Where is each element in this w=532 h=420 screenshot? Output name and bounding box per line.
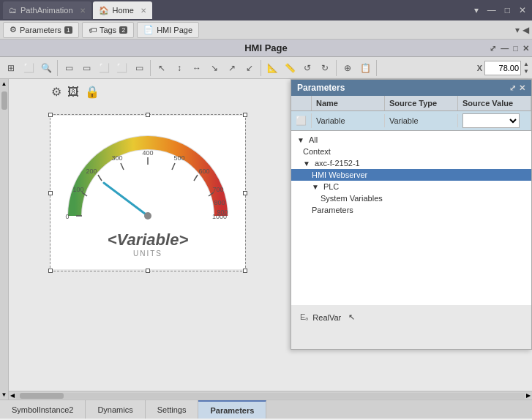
realvar-icon: Eₐ	[300, 312, 308, 322]
window-minimize[interactable]: —	[484, 5, 499, 15]
transform-btn-4[interactable]: ↘	[206, 60, 222, 76]
tree-item-plc[interactable]: ▼ PLC	[291, 181, 531, 192]
tree-arrow-all: ▼	[297, 136, 304, 144]
transform-btn-5[interactable]: ↗	[224, 60, 240, 76]
handle-bm[interactable]	[146, 269, 150, 273]
tree-item-all[interactable]: ▼ All	[291, 134, 531, 146]
align-btn-3[interactable]: ⬜	[96, 60, 112, 76]
tree-item-context[interactable]: Context	[291, 146, 531, 157]
clipboard-btn[interactable]: 📋	[357, 60, 373, 76]
rect-btn[interactable]: ⬜	[20, 60, 37, 76]
value-area: Eₐ RealVar ↖	[291, 305, 531, 349]
row-source-type-cell: Variable	[385, 114, 458, 127]
toolbar-group-2: ▭ ▭ ⬜ ⬜ ▭	[61, 60, 151, 76]
page-minimize-icon[interactable]: —	[501, 43, 509, 53]
angle-btn[interactable]: 📐	[264, 60, 280, 76]
subtab-parameters[interactable]: ⚙ Parameters 1	[3, 22, 79, 38]
align-btn-2[interactable]: ▭	[78, 60, 94, 76]
zoom-btn[interactable]: 🔍	[38, 60, 54, 76]
align-btn-5[interactable]: ▭	[131, 60, 147, 76]
coord-spinner: ▲ ▼	[523, 61, 529, 75]
x-coord-input[interactable]	[484, 61, 521, 75]
window-chevron[interactable]: ▾	[471, 5, 482, 15]
tab-home[interactable]: 🏠 Home ✕	[93, 1, 152, 19]
lock-icon[interactable]: 🔒	[85, 85, 100, 99]
coord-down[interactable]: ▼	[523, 68, 529, 75]
close-path-animation[interactable]: ✕	[80, 7, 86, 15]
coord-up[interactable]: ▲	[523, 61, 529, 68]
canvas-hscroll[interactable]: ◀ ▶	[9, 391, 532, 400]
bottom-tab-dynamics[interactable]: Dynamics	[86, 400, 145, 419]
tree-label-context: Context	[303, 147, 331, 156]
row-name-cell: Variable	[312, 114, 385, 127]
window-maximize[interactable]: □	[502, 5, 513, 15]
close-home[interactable]: ✕	[141, 7, 146, 15]
page-pin-icon[interactable]: ⤢	[490, 43, 496, 53]
bottom-tab-settings[interactable]: Settings	[146, 400, 199, 419]
th-name: Name	[312, 96, 385, 110]
hscroll-right[interactable]: ▶	[525, 392, 532, 399]
handle-tl[interactable]	[48, 113, 53, 117]
bottom-tab-parameters[interactable]: Parameters	[198, 400, 266, 419]
settings-icon[interactable]: ⚙	[51, 85, 61, 99]
tree-label-system-vars: System Variables	[321, 194, 383, 203]
undo-btn[interactable]: ↺	[299, 60, 315, 76]
align-btn-1[interactable]: ▭	[61, 60, 77, 76]
ruler-btn[interactable]: 📏	[282, 60, 298, 76]
transform-btn-3[interactable]: ↔	[189, 60, 205, 76]
grid-btn[interactable]: ⊞	[3, 60, 19, 76]
vscroll-down[interactable]: ▼	[0, 390, 8, 400]
hmi-page-icon: 📄	[143, 25, 154, 34]
tags-icon: 🏷	[89, 26, 97, 34]
hscroll-left[interactable]: ◀	[9, 392, 16, 399]
source-value-dropdown[interactable]	[462, 113, 520, 128]
widget-icons: ⚙ 🖼 🔒	[51, 85, 100, 99]
subtab-back[interactable]: ◀	[522, 25, 529, 35]
handle-br[interactable]	[243, 269, 247, 273]
page-maximize-icon[interactable]: □	[513, 43, 518, 53]
window-close[interactable]: ✕	[516, 5, 529, 15]
params-expand-btn[interactable]: ⤢	[509, 83, 516, 93]
subtab-hmi-page[interactable]: 📄 HMI Page	[137, 22, 199, 38]
tree-item-hmi-webserver[interactable]: HMI Webserver	[291, 169, 531, 181]
page-title-controls: ⤢ — □ ✕	[490, 43, 529, 53]
page-close-icon[interactable]: ✕	[522, 43, 529, 53]
widget-selection-box	[50, 114, 246, 271]
transform-btn-2[interactable]: ↕	[171, 60, 187, 76]
handle-bl[interactable]	[48, 269, 53, 273]
handle-mr[interactable]	[243, 191, 247, 195]
params-table-row[interactable]: ⬜ Variable Variable	[291, 111, 531, 131]
tree-label-all: All	[309, 135, 318, 144]
vscroll-up[interactable]: ▲	[0, 79, 8, 89]
tree-arrow-plc: ▼	[312, 183, 319, 191]
toolbar-group-5: ⊕ 📋	[340, 60, 377, 76]
params-panel: Parameters ⤢ ✕ Name Source Type Source V…	[291, 79, 532, 350]
handle-ml[interactable]	[48, 191, 53, 195]
params-close-btn[interactable]: ✕	[519, 83, 525, 93]
row-source-value-cell[interactable]	[458, 111, 531, 130]
tree-item-params2[interactable]: Parameters	[291, 204, 531, 216]
canvas-vscroll[interactable]: ▲ ▼	[0, 79, 9, 400]
tree-label-axc: axc-f-2152-1	[315, 159, 360, 168]
add-btn[interactable]: ⊕	[340, 60, 356, 76]
subtab-tags[interactable]: 🏷 Tags 2	[82, 22, 134, 38]
value-item-realvar: Eₐ RealVar ↖	[297, 311, 525, 323]
vscroll-thumb[interactable]	[1, 91, 7, 110]
tree-item-axc[interactable]: ▼ axc-f-2152-1	[291, 157, 531, 169]
tab-path-animation[interactable]: 🗂 PathAnimation ✕	[3, 1, 91, 19]
align-btn-4[interactable]: ⬜	[113, 60, 130, 76]
tree-item-system-vars[interactable]: System Variables	[291, 192, 531, 204]
toolbar-group-1: ⊞ ⬜ 🔍	[3, 60, 58, 76]
bottom-tabs: SymbolInstance2 Dynamics Settings Parame…	[0, 400, 532, 419]
transform-btn-1[interactable]: ↖	[154, 60, 170, 76]
sub-tab-controls: ▾ ◀	[515, 25, 529, 35]
handle-tr[interactable]	[243, 113, 247, 117]
tree-area: ▼ All Context ▼ axc-f-2152-1 HMI Webserv…	[291, 131, 531, 305]
redo-btn[interactable]: ↻	[317, 60, 333, 76]
image-icon[interactable]: 🖼	[67, 86, 79, 99]
subtab-dropdown[interactable]: ▾	[515, 25, 520, 35]
handle-tm[interactable]	[146, 113, 150, 117]
bottom-tab-symbol[interactable]: SymbolInstance2	[0, 400, 86, 419]
transform-btn-6[interactable]: ↙	[241, 60, 258, 76]
hscroll-thumb[interactable]	[20, 393, 64, 399]
